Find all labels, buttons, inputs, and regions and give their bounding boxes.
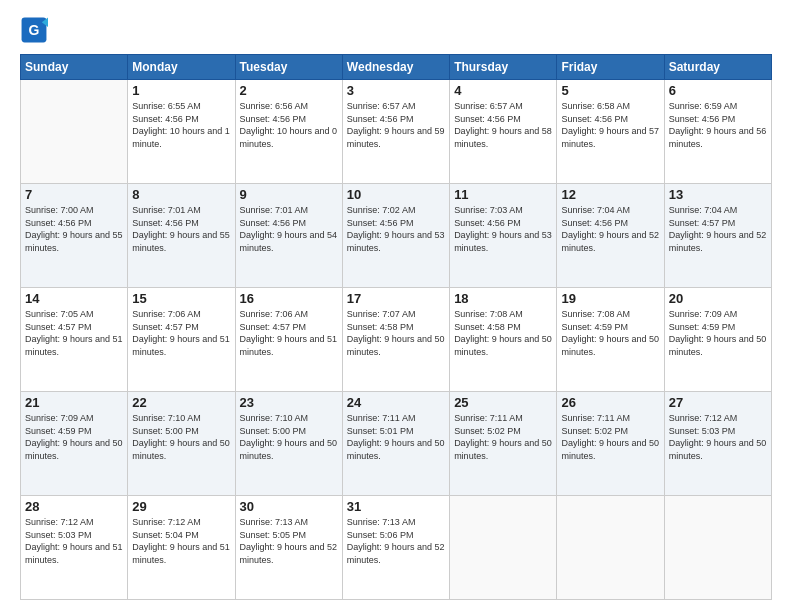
calendar-cell: 30Sunrise: 7:13 AMSunset: 5:05 PMDayligh…: [235, 496, 342, 600]
calendar-cell: [664, 496, 771, 600]
calendar-cell: 20Sunrise: 7:09 AMSunset: 4:59 PMDayligh…: [664, 288, 771, 392]
day-info: Sunrise: 7:08 AMSunset: 4:59 PMDaylight:…: [561, 308, 659, 358]
day-number: 1: [132, 83, 230, 98]
day-number: 30: [240, 499, 338, 514]
day-number: 22: [132, 395, 230, 410]
calendar-cell: 11Sunrise: 7:03 AMSunset: 4:56 PMDayligh…: [450, 184, 557, 288]
day-number: 28: [25, 499, 123, 514]
day-number: 11: [454, 187, 552, 202]
day-number: 24: [347, 395, 445, 410]
day-info: Sunrise: 7:12 AMSunset: 5:04 PMDaylight:…: [132, 516, 230, 566]
weekday-header-thursday: Thursday: [450, 55, 557, 80]
week-row-3: 14Sunrise: 7:05 AMSunset: 4:57 PMDayligh…: [21, 288, 772, 392]
calendar-cell: 14Sunrise: 7:05 AMSunset: 4:57 PMDayligh…: [21, 288, 128, 392]
calendar-cell: [557, 496, 664, 600]
day-number: 25: [454, 395, 552, 410]
day-number: 31: [347, 499, 445, 514]
day-number: 2: [240, 83, 338, 98]
day-info: Sunrise: 7:07 AMSunset: 4:58 PMDaylight:…: [347, 308, 445, 358]
weekday-header-tuesday: Tuesday: [235, 55, 342, 80]
calendar-cell: 21Sunrise: 7:09 AMSunset: 4:59 PMDayligh…: [21, 392, 128, 496]
calendar-cell: 8Sunrise: 7:01 AMSunset: 4:56 PMDaylight…: [128, 184, 235, 288]
day-number: 7: [25, 187, 123, 202]
day-info: Sunrise: 7:06 AMSunset: 4:57 PMDaylight:…: [240, 308, 338, 358]
weekday-header-friday: Friday: [557, 55, 664, 80]
weekday-header-monday: Monday: [128, 55, 235, 80]
day-number: 6: [669, 83, 767, 98]
calendar-cell: 26Sunrise: 7:11 AMSunset: 5:02 PMDayligh…: [557, 392, 664, 496]
day-number: 19: [561, 291, 659, 306]
day-number: 16: [240, 291, 338, 306]
week-row-4: 21Sunrise: 7:09 AMSunset: 4:59 PMDayligh…: [21, 392, 772, 496]
day-info: Sunrise: 7:01 AMSunset: 4:56 PMDaylight:…: [240, 204, 338, 254]
day-number: 12: [561, 187, 659, 202]
header: G: [20, 16, 772, 44]
day-info: Sunrise: 6:56 AMSunset: 4:56 PMDaylight:…: [240, 100, 338, 150]
calendar-cell: 12Sunrise: 7:04 AMSunset: 4:56 PMDayligh…: [557, 184, 664, 288]
calendar-cell: 23Sunrise: 7:10 AMSunset: 5:00 PMDayligh…: [235, 392, 342, 496]
calendar-cell: 29Sunrise: 7:12 AMSunset: 5:04 PMDayligh…: [128, 496, 235, 600]
day-info: Sunrise: 6:55 AMSunset: 4:56 PMDaylight:…: [132, 100, 230, 150]
calendar-cell: [450, 496, 557, 600]
calendar-cell: 16Sunrise: 7:06 AMSunset: 4:57 PMDayligh…: [235, 288, 342, 392]
day-info: Sunrise: 6:59 AMSunset: 4:56 PMDaylight:…: [669, 100, 767, 150]
day-info: Sunrise: 6:57 AMSunset: 4:56 PMDaylight:…: [454, 100, 552, 150]
calendar-cell: 28Sunrise: 7:12 AMSunset: 5:03 PMDayligh…: [21, 496, 128, 600]
day-number: 9: [240, 187, 338, 202]
day-number: 4: [454, 83, 552, 98]
calendar-cell: [21, 80, 128, 184]
week-row-2: 7Sunrise: 7:00 AMSunset: 4:56 PMDaylight…: [21, 184, 772, 288]
calendar-cell: 7Sunrise: 7:00 AMSunset: 4:56 PMDaylight…: [21, 184, 128, 288]
calendar-cell: 4Sunrise: 6:57 AMSunset: 4:56 PMDaylight…: [450, 80, 557, 184]
calendar-cell: 2Sunrise: 6:56 AMSunset: 4:56 PMDaylight…: [235, 80, 342, 184]
day-number: 18: [454, 291, 552, 306]
day-info: Sunrise: 7:04 AMSunset: 4:57 PMDaylight:…: [669, 204, 767, 254]
calendar-cell: 13Sunrise: 7:04 AMSunset: 4:57 PMDayligh…: [664, 184, 771, 288]
day-number: 3: [347, 83, 445, 98]
day-info: Sunrise: 7:12 AMSunset: 5:03 PMDaylight:…: [25, 516, 123, 566]
day-info: Sunrise: 7:02 AMSunset: 4:56 PMDaylight:…: [347, 204, 445, 254]
day-number: 23: [240, 395, 338, 410]
day-info: Sunrise: 7:09 AMSunset: 4:59 PMDaylight:…: [669, 308, 767, 358]
calendar-cell: 19Sunrise: 7:08 AMSunset: 4:59 PMDayligh…: [557, 288, 664, 392]
day-number: 17: [347, 291, 445, 306]
day-info: Sunrise: 7:10 AMSunset: 5:00 PMDaylight:…: [240, 412, 338, 462]
weekday-header-sunday: Sunday: [21, 55, 128, 80]
day-info: Sunrise: 7:03 AMSunset: 4:56 PMDaylight:…: [454, 204, 552, 254]
calendar-cell: 17Sunrise: 7:07 AMSunset: 4:58 PMDayligh…: [342, 288, 449, 392]
day-number: 8: [132, 187, 230, 202]
day-info: Sunrise: 7:12 AMSunset: 5:03 PMDaylight:…: [669, 412, 767, 462]
calendar-cell: 10Sunrise: 7:02 AMSunset: 4:56 PMDayligh…: [342, 184, 449, 288]
day-number: 13: [669, 187, 767, 202]
calendar-page: G SundayMondayTuesdayWednesdayThursdayFr…: [0, 0, 792, 612]
logo-icon: G: [20, 16, 48, 44]
day-info: Sunrise: 7:13 AMSunset: 5:06 PMDaylight:…: [347, 516, 445, 566]
day-number: 15: [132, 291, 230, 306]
day-info: Sunrise: 7:05 AMSunset: 4:57 PMDaylight:…: [25, 308, 123, 358]
day-info: Sunrise: 7:09 AMSunset: 4:59 PMDaylight:…: [25, 412, 123, 462]
calendar-cell: 9Sunrise: 7:01 AMSunset: 4:56 PMDaylight…: [235, 184, 342, 288]
calendar-table: SundayMondayTuesdayWednesdayThursdayFrid…: [20, 54, 772, 600]
day-info: Sunrise: 7:00 AMSunset: 4:56 PMDaylight:…: [25, 204, 123, 254]
day-info: Sunrise: 7:11 AMSunset: 5:02 PMDaylight:…: [561, 412, 659, 462]
weekday-header-row: SundayMondayTuesdayWednesdayThursdayFrid…: [21, 55, 772, 80]
day-info: Sunrise: 6:57 AMSunset: 4:56 PMDaylight:…: [347, 100, 445, 150]
day-number: 10: [347, 187, 445, 202]
day-info: Sunrise: 7:01 AMSunset: 4:56 PMDaylight:…: [132, 204, 230, 254]
day-number: 27: [669, 395, 767, 410]
calendar-cell: 18Sunrise: 7:08 AMSunset: 4:58 PMDayligh…: [450, 288, 557, 392]
week-row-5: 28Sunrise: 7:12 AMSunset: 5:03 PMDayligh…: [21, 496, 772, 600]
day-info: Sunrise: 7:10 AMSunset: 5:00 PMDaylight:…: [132, 412, 230, 462]
day-info: Sunrise: 7:08 AMSunset: 4:58 PMDaylight:…: [454, 308, 552, 358]
weekday-header-wednesday: Wednesday: [342, 55, 449, 80]
day-info: Sunrise: 7:06 AMSunset: 4:57 PMDaylight:…: [132, 308, 230, 358]
day-number: 26: [561, 395, 659, 410]
day-number: 21: [25, 395, 123, 410]
day-info: Sunrise: 7:13 AMSunset: 5:05 PMDaylight:…: [240, 516, 338, 566]
day-info: Sunrise: 7:11 AMSunset: 5:01 PMDaylight:…: [347, 412, 445, 462]
calendar-cell: 22Sunrise: 7:10 AMSunset: 5:00 PMDayligh…: [128, 392, 235, 496]
calendar-cell: 3Sunrise: 6:57 AMSunset: 4:56 PMDaylight…: [342, 80, 449, 184]
weekday-header-saturday: Saturday: [664, 55, 771, 80]
calendar-cell: 15Sunrise: 7:06 AMSunset: 4:57 PMDayligh…: [128, 288, 235, 392]
calendar-cell: 25Sunrise: 7:11 AMSunset: 5:02 PMDayligh…: [450, 392, 557, 496]
